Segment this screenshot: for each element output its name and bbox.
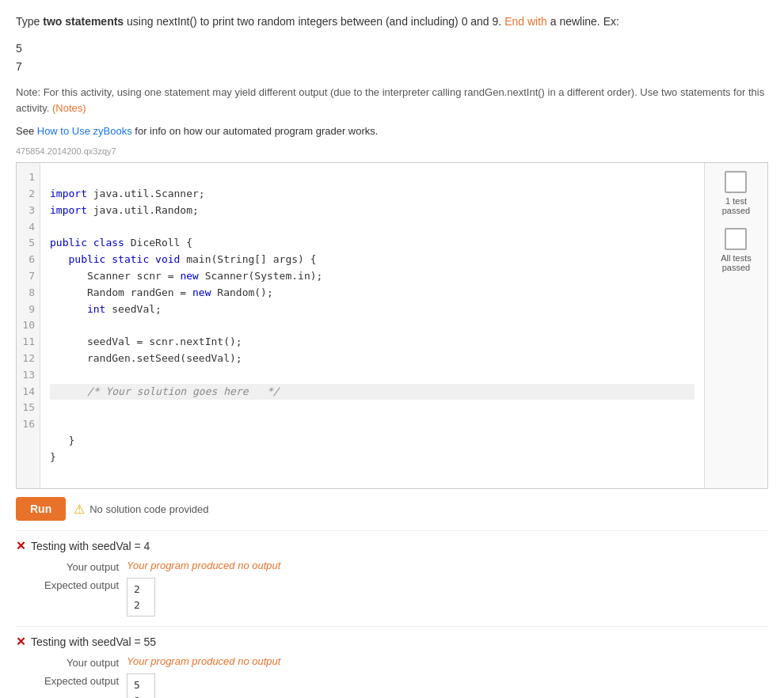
instructions-text: Type two statements using nextInt() to p… — [16, 13, 768, 30]
all-tests-icon — [725, 228, 747, 250]
example-output: 5 7 — [16, 40, 768, 75]
test-1-title-text: Testing with seedVal = 4 — [31, 540, 150, 552]
instr-end-rest: a newline. Ex: — [547, 15, 619, 28]
test-2-expected-line-1: 5 — [134, 677, 148, 693]
all-tests-label: All tests passed — [721, 253, 752, 272]
code-content[interactable]: import java.util.Scanner; import java.ut… — [40, 163, 704, 488]
code-editor: 12345 678910 1112131415 16 import java.u… — [16, 162, 768, 489]
test-1-your-output-label: Your output — [32, 560, 127, 573]
see-link-para: See How to Use zyBooks for info on how o… — [16, 125, 768, 137]
test-2-your-output-label: Your output — [32, 655, 127, 669]
test-1-fail-icon: ✕ — [16, 539, 26, 553]
test-section-1: ✕ Testing with seedVal = 4 Your output Y… — [16, 530, 768, 616]
example-line-2: 7 — [16, 58, 768, 75]
instr-end-highlight: End with — [504, 15, 547, 28]
instr-middle: using nextInt() to print two random inte… — [124, 15, 504, 28]
test-badge-all: All tests passed — [721, 228, 752, 272]
see-prefix: See — [16, 125, 37, 137]
instr-prefix: Type — [16, 15, 43, 28]
test-2-expected-line-2: 8 — [134, 693, 148, 698]
warning-message: ⚠ No solution code provided — [74, 502, 208, 517]
test-2-expected-output-row: Expected output 5 8 — [16, 673, 768, 698]
zybooks-link[interactable]: How to Use zyBooks — [37, 125, 132, 137]
activity-id: 475854.2014200.qx3zqy7 — [16, 146, 768, 156]
test-1-your-output-row: Your output Your program produced no out… — [16, 560, 768, 573]
note-body: Note: For this activity, using one state… — [16, 86, 764, 114]
test-1-expected-box: 2 2 — [127, 578, 155, 616]
test-1-icon — [725, 171, 747, 193]
warning-text: No solution code provided — [89, 503, 208, 515]
note-text: Note: For this activity, using one state… — [16, 85, 768, 116]
test-1-expected-output-row: Expected output 2 2 — [16, 578, 768, 616]
run-bar: Run ⚠ No solution code provided — [16, 497, 768, 521]
test-2-your-output-value: Your program produced no output — [127, 655, 280, 667]
test-1-expected-line-1: 2 — [134, 582, 148, 597]
test-1-label: 1 test passed — [722, 196, 750, 215]
warning-icon: ⚠ — [74, 502, 85, 517]
test-2-expected-box: 5 8 — [127, 673, 155, 698]
run-button[interactable]: Run — [16, 497, 66, 521]
page-container: Type two statements using nextInt() to p… — [0, 0, 784, 698]
test-2-fail-icon: ✕ — [16, 635, 26, 649]
test-2-title: ✕ Testing with seedVal = 55 — [16, 635, 768, 649]
see-suffix: for info on how our automated program gr… — [132, 125, 379, 137]
test-2-your-output-row: Your output Your program produced no out… — [16, 655, 768, 669]
test-1-expected-line-2: 2 — [134, 597, 148, 613]
side-panel: 1 test passed All tests passed — [704, 163, 767, 488]
test-section-2: ✕ Testing with seedVal = 55 Your output … — [16, 626, 768, 698]
test-1-title: ✕ Testing with seedVal = 4 — [16, 539, 768, 553]
example-line-1: 5 — [16, 40, 768, 57]
line-numbers: 12345 678910 1112131415 16 — [17, 163, 40, 488]
test-2-title-text: Testing with seedVal = 55 — [31, 635, 156, 648]
notes-link[interactable]: (Notes) — [52, 102, 86, 114]
test-1-your-output-value: Your program produced no output — [127, 560, 280, 571]
instr-bold: two statements — [43, 15, 124, 28]
test-2-expected-label: Expected output — [32, 673, 127, 687]
test-badge-1: 1 test passed — [722, 171, 750, 215]
test-1-expected-label: Expected output — [32, 578, 127, 591]
